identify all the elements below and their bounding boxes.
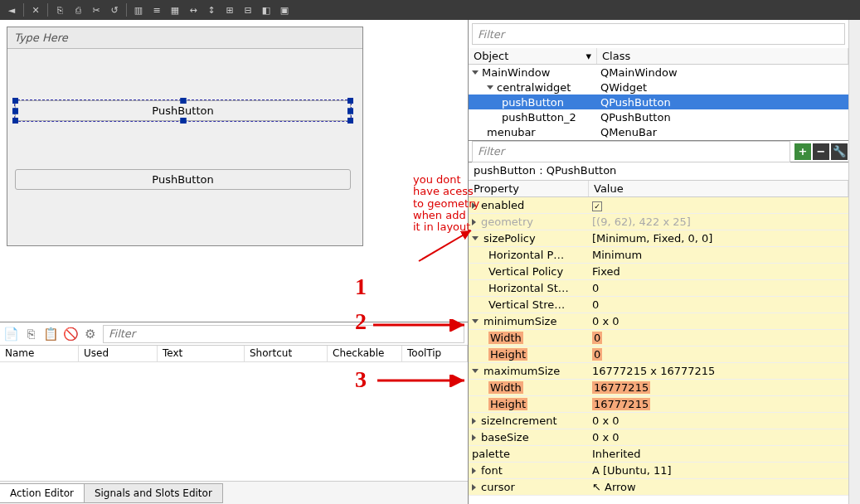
property-editor-body[interactable]: enabled✓geometry[(9, 62), 422 x 25]sizeP… — [469, 197, 848, 504]
object-tree-row[interactable]: menubarQMenuBar — [469, 124, 848, 139]
property-row[interactable]: minimumSize0 x 0 — [469, 313, 848, 330]
copy-icon[interactable]: ⎘ — [51, 2, 68, 18]
property-row[interactable]: Vertical PolicyFixed — [469, 264, 848, 280]
property-row[interactable]: fontA [Ubuntu, 11] — [469, 463, 848, 479]
bottom-panel: 📄 ⎘ 📋 🚫 ⚙ Name Used Text Shortcut Checka… — [0, 322, 468, 504]
prop-col-property[interactable]: Property — [469, 181, 589, 196]
action-filter-input[interactable] — [103, 325, 464, 343]
form-canvas[interactable]: Type Here PushButton PushButton — [0, 20, 468, 322]
new-action-icon[interactable]: 📄 — [3, 327, 18, 342]
property-row[interactable]: Height16777215 — [469, 396, 848, 413]
property-row[interactable]: Vertical Stre…0 — [469, 297, 848, 313]
copy-action-icon[interactable]: ⎘ — [23, 327, 38, 342]
object-tree-row[interactable]: pushButton_2QPushButton — [469, 109, 848, 124]
obj-col-class[interactable]: Class — [597, 48, 848, 64]
property-row[interactable]: sizePolicy[Minimum, Fixed, 0, 0] — [469, 230, 848, 247]
property-row[interactable]: maximumSize16777215 x 16777215 — [469, 363, 848, 380]
add-property-icon[interactable]: + — [794, 143, 811, 160]
property-row[interactable]: baseSize0 x 0 — [469, 429, 848, 446]
pushbutton-label: PushButton — [152, 173, 213, 186]
prop-col-value[interactable]: Value — [589, 181, 848, 196]
property-row[interactable]: geometry[(9, 62), 422 x 25] — [469, 214, 848, 230]
property-row[interactable]: Height0 — [469, 346, 848, 363]
right-scrollbar[interactable] — [848, 20, 860, 504]
object-filter-input[interactable]: Filter — [472, 23, 845, 45]
undo-icon[interactable]: ↺ — [106, 2, 123, 18]
form-menubar[interactable]: Type Here — [7, 27, 362, 49]
configure-property-icon[interactable]: 🔧 — [831, 143, 848, 160]
property-row[interactable]: cursor↖ Arrow — [469, 479, 848, 496]
action-table-body[interactable] — [0, 362, 468, 481]
cut-icon[interactable]: ✂ — [88, 2, 104, 18]
tab-signals-slots[interactable]: Signals and Slots Editor — [84, 483, 223, 503]
property-row[interactable]: enabled✓ — [469, 197, 848, 214]
property-row[interactable]: Width16777215 — [469, 380, 848, 396]
preview-icon[interactable]: ▣ — [276, 2, 293, 18]
close-icon[interactable]: ✕ — [27, 2, 44, 18]
pushbutton-label: PushButton — [152, 104, 213, 117]
paste-action-icon[interactable]: 📋 — [43, 327, 58, 342]
obj-col-object[interactable]: Object ▾ — [469, 48, 597, 64]
property-object-title: pushButton : QPushButton — [469, 162, 848, 181]
property-row[interactable]: Horizontal St…0 — [469, 280, 848, 297]
property-row[interactable]: Horizontal P…Minimum — [469, 247, 848, 264]
paste-icon[interactable]: ⎙ — [70, 2, 86, 18]
property-row[interactable]: sizeIncrement0 x 0 — [469, 413, 848, 429]
gridlayout-icon[interactable]: ▦ — [167, 2, 183, 18]
action-table-header: Name Used Text Shortcut Checkable ToolTi… — [0, 346, 468, 362]
breaklayout-icon[interactable]: ⊟ — [240, 2, 256, 18]
pushbutton-1[interactable]: PushButton — [15, 100, 351, 121]
vlayout-icon[interactable]: ≡ — [148, 2, 165, 18]
formlayout-icon[interactable]: ⊞ — [221, 2, 238, 18]
hlayout-icon[interactable]: ▥ — [130, 2, 147, 18]
adjust-icon[interactable]: ◧ — [258, 2, 275, 18]
property-filter-input[interactable]: Filter — [472, 141, 790, 162]
pushbutton-2[interactable]: PushButton — [15, 169, 351, 190]
tab-action-editor[interactable]: Action Editor — [0, 483, 85, 503]
pointer-icon[interactable]: ◄ — [3, 2, 20, 18]
hsplitter-icon[interactable]: ↔ — [185, 2, 202, 18]
form-central-widget[interactable]: PushButton PushButton — [7, 49, 362, 245]
object-tree-row[interactable]: MainWindowQMainWindow — [469, 65, 848, 80]
vsplitter-icon[interactable]: ↕ — [203, 2, 220, 18]
main-toolbar: ◄ ✕ ⎘ ⎙ ✂ ↺ ▥ ≡ ▦ ↔ ↕ ⊞ ⊟ ◧ ▣ — [0, 0, 860, 20]
remove-property-icon[interactable]: − — [813, 143, 829, 160]
form-window[interactable]: Type Here PushButton PushButton — [7, 27, 363, 246]
property-row[interactable]: paletteInherited — [469, 446, 848, 463]
object-tree-row[interactable]: pushButtonQPushButton — [469, 94, 848, 109]
gear-icon[interactable]: ⚙ — [83, 327, 98, 342]
delete-action-icon[interactable]: 🚫 — [63, 327, 78, 342]
property-row[interactable]: Width0 — [469, 330, 848, 346]
object-tree-row[interactable]: centralwidgetQWidget — [469, 80, 848, 94]
object-inspector-tree[interactable]: MainWindowQMainWindowcentralwidgetQWidge… — [469, 65, 848, 141]
